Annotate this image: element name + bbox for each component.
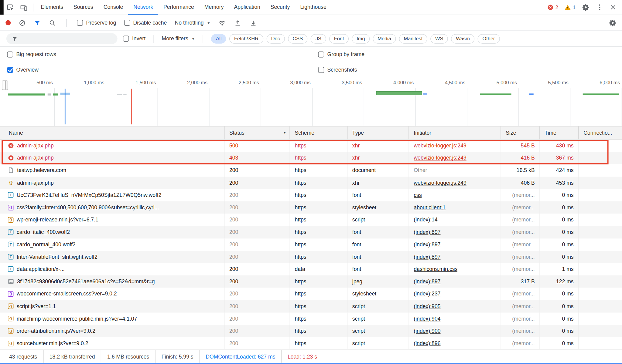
- table-cell: xhr: [347, 152, 408, 164]
- filter-pill-media[interactable]: Media: [373, 34, 396, 43]
- tab-sources[interactable]: Sources: [68, 0, 98, 15]
- network-conditions-button[interactable]: [218, 19, 226, 27]
- filter-pill-manifest[interactable]: Manifest: [399, 34, 427, 43]
- tab-application[interactable]: Application: [229, 0, 265, 15]
- table-row[interactable]: {}order-attribution.min.js?ver=9.0.2200h…: [0, 325, 622, 337]
- column-header-size[interactable]: Size: [501, 126, 539, 139]
- initiator-link[interactable]: (index):896: [414, 340, 440, 346]
- har-export-button[interactable]: [250, 19, 257, 27]
- throttling-select[interactable]: No throttling ▼: [175, 20, 210, 26]
- more-filters-dropdown[interactable]: More filters ▼: [162, 36, 195, 42]
- filter-pill-other[interactable]: Other: [478, 34, 500, 43]
- warning-badge[interactable]: 1: [565, 4, 576, 10]
- initiator-cell: (index):905: [408, 300, 501, 312]
- column-header-time[interactable]: Time: [539, 126, 578, 139]
- table-row[interactable]: 3f17d82c93006d0c52e7461aee606a1c?s=52&d=…: [0, 275, 622, 288]
- table-row[interactable]: testwp.helevera.com200httpsdocumentOther…: [0, 164, 622, 177]
- close-devtools-button[interactable]: [610, 4, 617, 11]
- table-row[interactable]: Tcardo_italic_400.woff2200httpsfont(inde…: [0, 226, 622, 238]
- tab-console[interactable]: Console: [98, 0, 128, 15]
- big-request-rows-checkbox[interactable]: Big request rows: [7, 52, 56, 58]
- devtools-tabbar: ElementsSourcesConsoleNetworkPerformance…: [0, 0, 622, 15]
- search-button[interactable]: [49, 19, 56, 26]
- initiator-link[interactable]: css: [414, 192, 422, 198]
- initiator-cell: (index):900: [408, 325, 501, 337]
- initiator-link[interactable]: (index):897: [414, 254, 440, 260]
- table-row[interactable]: {}woocommerce-smallscreen.css?ver=9.0.22…: [0, 288, 622, 300]
- overview-checkbox[interactable]: Overview: [7, 67, 39, 73]
- initiator-link[interactable]: (index):897: [414, 241, 440, 248]
- column-header-type[interactable]: Type: [347, 126, 408, 139]
- initiator-link[interactable]: (index):904: [414, 316, 440, 322]
- filter-pill-css[interactable]: CSS: [288, 34, 308, 43]
- preserve-log-checkbox[interactable]: Preserve log: [77, 20, 116, 26]
- table-row[interactable]: {}mailchimp-woocommerce-public.min.js?ve…: [0, 312, 622, 325]
- tab-memory[interactable]: Memory: [199, 0, 229, 15]
- table-row[interactable]: Tdata:application/x-...200datafontdashic…: [0, 263, 622, 275]
- table-row[interactable]: {}admin-ajax.php200httpsxhrwebvizio-logg…: [0, 177, 622, 189]
- tab-security[interactable]: Security: [265, 0, 295, 15]
- table-row[interactable]: TUcC73FwrK3iLTeHuS_nVMrMxCp50SjIa1ZL7W0Q…: [0, 189, 622, 201]
- timeline-gridline: [518, 88, 519, 126]
- table-row[interactable]: {}sourcebuster.min.js?ver=9.0.2200httpss…: [0, 337, 622, 349]
- filter-pill-fetch-xhr[interactable]: Fetch/XHR: [229, 34, 263, 43]
- initiator-link[interactable]: (index):237: [414, 291, 440, 297]
- har-import-button[interactable]: [234, 19, 242, 27]
- initiator-link[interactable]: about:client:1: [414, 204, 446, 211]
- table-row[interactable]: {}css?family=Inter:400,500,600,700,900&s…: [0, 201, 622, 214]
- filter-pill-img[interactable]: Img: [352, 34, 370, 43]
- column-header-name[interactable]: Name: [0, 126, 224, 139]
- devtools-settings-button[interactable]: [582, 4, 590, 11]
- table-cell: 200: [224, 263, 290, 275]
- table-row[interactable]: admin-ajax.php403httpsxhrwebvizio-logger…: [0, 152, 622, 164]
- initiator-link[interactable]: webvizio-logger.js:249: [414, 143, 466, 149]
- initiator-link[interactable]: dashicons.min.css: [414, 266, 457, 272]
- tab-performance[interactable]: Performance: [158, 0, 199, 15]
- table-row[interactable]: TInter-VariableFont_slnt,wght.woff2200ht…: [0, 251, 622, 263]
- network-settings-button[interactable]: [609, 19, 617, 27]
- initiator-link[interactable]: (index):897: [414, 229, 440, 235]
- column-header-initiator[interactable]: Initiator: [408, 126, 501, 139]
- filter-pill-ws[interactable]: WS: [430, 34, 448, 43]
- toggle-filter-button[interactable]: [34, 19, 41, 26]
- column-header-scheme[interactable]: Scheme: [289, 126, 347, 139]
- initiator-link[interactable]: (index):900: [414, 328, 440, 334]
- inspect-element-button[interactable]: [4, 0, 17, 15]
- screenshots-checkbox[interactable]: Screenshots: [318, 67, 357, 73]
- column-header-connectio[interactable]: Connectio...: [578, 126, 622, 139]
- tab-network[interactable]: Network: [128, 0, 158, 15]
- filter-pill-js[interactable]: JS: [311, 34, 326, 43]
- filter-input[interactable]: [6, 33, 118, 44]
- filter-pill-all[interactable]: All: [211, 34, 226, 43]
- table-row[interactable]: {}wp-emoji-release.min.js?ver=6.7.1200ht…: [0, 214, 622, 226]
- table-cell: [578, 140, 622, 152]
- invert-checkbox[interactable]: Invert: [123, 36, 145, 42]
- filter-pill-font[interactable]: Font: [329, 34, 349, 43]
- filter-pill-wasm[interactable]: Wasm: [451, 34, 474, 43]
- column-header-status[interactable]: Status▼: [224, 126, 290, 139]
- error-badge[interactable]: 2: [548, 4, 558, 10]
- table-cell: 430 ms: [539, 140, 578, 152]
- clear-network-log-button[interactable]: [19, 19, 26, 26]
- timeline-resize-handle[interactable]: [2, 80, 8, 90]
- request-name: data:application/x-...: [17, 266, 65, 272]
- table-row[interactable]: admin-ajax.php500httpsxhrwebvizio-logger…: [0, 140, 622, 152]
- initiator-link[interactable]: (index):14: [414, 217, 437, 223]
- initiator-link[interactable]: (index):897: [414, 278, 440, 285]
- tab-lighthouse[interactable]: Lighthouse: [295, 0, 331, 15]
- table-row[interactable]: {}script.js?ver=1.1200httpsscript(index)…: [0, 300, 622, 312]
- record-button[interactable]: [5, 20, 11, 25]
- tab-elements[interactable]: Elements: [36, 0, 68, 15]
- network-overview-timeline[interactable]: 500 ms1,000 ms1,500 ms2,000 ms2,500 ms3,…: [0, 78, 622, 126]
- device-toolbar-button[interactable]: [17, 0, 30, 15]
- group-by-frame-checkbox[interactable]: Group by frame: [318, 52, 365, 58]
- filter-pill-doc[interactable]: Doc: [266, 34, 285, 43]
- status-filter-caret-icon[interactable]: ▼: [283, 131, 286, 135]
- disable-cache-checkbox[interactable]: Disable cache: [124, 20, 167, 26]
- name-cell: {}sourcebuster.min.js?ver=9.0.2: [0, 337, 224, 349]
- initiator-link[interactable]: (index):905: [414, 303, 440, 309]
- table-row[interactable]: Tcardo_normal_400.woff2200httpsfont(inde…: [0, 238, 622, 251]
- initiator-link[interactable]: webvizio-logger.js:249: [414, 180, 466, 186]
- more-options-button[interactable]: [596, 4, 603, 11]
- initiator-link[interactable]: webvizio-logger.js:249: [414, 155, 466, 161]
